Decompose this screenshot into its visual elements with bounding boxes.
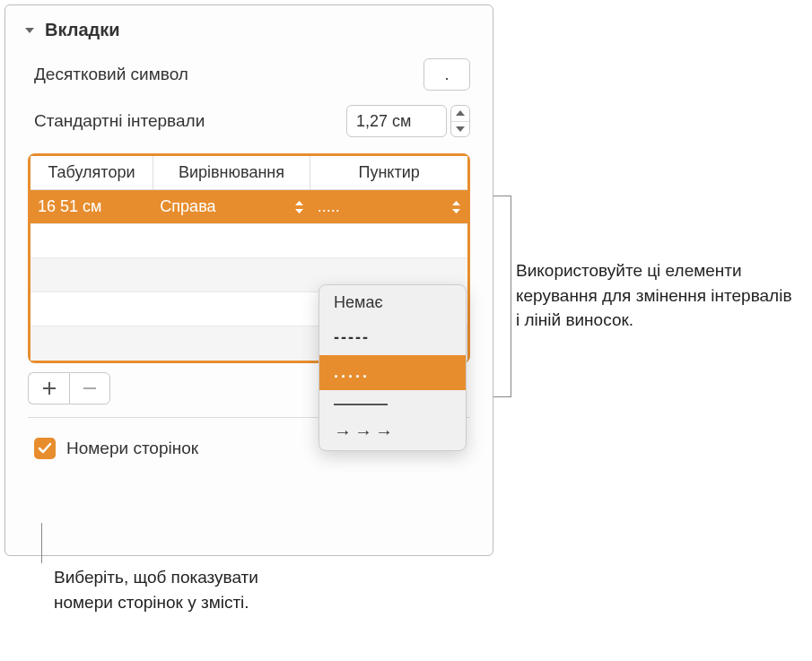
default-spacing-row: Стандартні інтервали xyxy=(5,98,493,144)
column-header-leader[interactable]: Пунктир xyxy=(310,156,467,190)
tabs-panel: Вкладки Десятковий символ Стандартні інт… xyxy=(4,4,493,556)
page-numbers-label: Номери сторінок xyxy=(66,439,198,458)
decimal-symbol-input[interactable] xyxy=(423,58,470,91)
callout-line xyxy=(493,196,511,397)
spacing-stepper xyxy=(450,105,470,137)
section-header[interactable]: Вкладки xyxy=(5,5,493,51)
default-spacing-label: Стандартні інтервали xyxy=(34,111,205,131)
leader-dropdown: Немає ----- ..... →→→ xyxy=(319,284,467,451)
callout-right: Використовуйте ці елементи керування для… xyxy=(516,258,794,333)
decimal-symbol-row: Десятковий символ xyxy=(5,51,493,98)
cell-tab-value[interactable]: 16 51 см xyxy=(31,190,153,224)
table-row[interactable]: 16 51 см Справа ..... xyxy=(31,190,467,224)
cell-alignment-popup[interactable]: Справа xyxy=(153,190,310,224)
stepper-down-button[interactable] xyxy=(451,122,469,137)
stepper-up-button[interactable] xyxy=(451,106,469,122)
cell-leader-popup[interactable]: ..... xyxy=(310,190,467,224)
popup-arrows-icon xyxy=(295,201,303,213)
remove-button[interactable] xyxy=(69,372,110,404)
dropdown-option-dots[interactable]: ..... xyxy=(319,355,466,390)
table-row[interactable] xyxy=(31,224,467,258)
disclosure-triangle-icon[interactable] xyxy=(23,24,36,37)
svg-rect-0 xyxy=(83,387,96,389)
section-title: Вкладки xyxy=(45,20,120,40)
default-spacing-input[interactable] xyxy=(346,105,447,137)
column-header-tabs[interactable]: Табулятори xyxy=(31,156,153,190)
callout-line xyxy=(41,523,42,563)
popup-arrows-icon xyxy=(452,201,460,213)
column-header-alignment[interactable]: Вирівнювання xyxy=(153,156,310,190)
callout-bottom: Виберіть, щоб показувати номери сторінок… xyxy=(54,565,305,614)
decimal-symbol-label: Десятковий символ xyxy=(34,65,188,84)
dropdown-option-none[interactable]: Немає xyxy=(319,285,466,320)
add-button[interactable] xyxy=(28,372,69,404)
dropdown-option-underscore[interactable] xyxy=(319,390,466,413)
page-numbers-checkbox[interactable] xyxy=(34,438,56,459)
dropdown-option-arrows[interactable]: →→→ xyxy=(319,413,466,450)
dropdown-option-dashes[interactable]: ----- xyxy=(319,320,466,355)
